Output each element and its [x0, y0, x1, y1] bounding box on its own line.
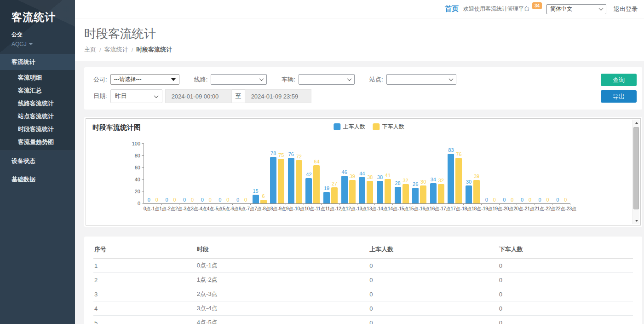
sidebar-item-trend-chart[interactable]: 客流量趋势图 — [0, 136, 75, 149]
bar-group: 00 — [162, 144, 180, 203]
bar — [385, 179, 391, 203]
legend-label-boarding: 上车人数 — [343, 123, 365, 131]
bar — [260, 200, 267, 203]
chevron-down-icon — [448, 76, 453, 81]
scroll-down-icon[interactable] — [633, 218, 640, 224]
table-cell: 0 — [498, 259, 633, 273]
x-axis-tick-label: 16点-17点 — [430, 206, 451, 212]
chart-scrollbar[interactable] — [632, 120, 639, 224]
breadcrumb-parent[interactable]: 客流统计 — [104, 46, 128, 54]
date-from-input[interactable]: 2024-01-09 00:00 — [165, 89, 232, 103]
bar — [313, 165, 320, 203]
bar-value-label: 0 — [183, 197, 186, 203]
x-axis-tick-label: 11点-12点 — [325, 206, 346, 212]
bar-group: 7875 — [268, 144, 286, 203]
table-cell: 1 — [93, 259, 196, 273]
x-axis-tick-mark — [304, 203, 304, 205]
bar-value-label: 28 — [395, 180, 400, 186]
bar-value-label: 0 — [155, 197, 158, 203]
sidebar-item-period-stats[interactable]: 时段客流统计 — [0, 123, 75, 136]
date-preset-select[interactable]: 昨日 — [110, 89, 162, 103]
table-cell: 2点-3点 — [196, 287, 368, 301]
date-to-input[interactable]: 2024-01-09 23:59 — [245, 89, 311, 103]
table-cell: 0 — [498, 316, 633, 324]
language-value: 简体中文 — [550, 5, 572, 13]
table-cell: 0 — [368, 301, 498, 316]
notification-badge: 34 — [532, 2, 542, 9]
chart-plot: 0204060801000000000000001567875767242641… — [144, 144, 570, 204]
sidebar-item-passenger-detail[interactable]: 客流明细 — [0, 71, 75, 84]
bar — [473, 180, 480, 203]
sidebar-item-base-data[interactable]: 基础数据 — [0, 172, 75, 187]
bar-value-label: 75 — [278, 152, 284, 158]
user-dropdown[interactable]: AQGJ — [12, 41, 75, 47]
legend-item-boarding[interactable]: 上车人数 — [334, 123, 365, 131]
table-row: 32点-3点00 — [93, 287, 633, 301]
table-body: 10点-1点0021点-2点0032点-3点0043点-4点0054点-5点00… — [93, 259, 633, 324]
sidebar-item-passenger-stats[interactable]: 客流统计 — [0, 54, 75, 70]
sidebar-item-device-status[interactable]: 设备状态 — [0, 153, 75, 169]
bar-value-label: 0 — [201, 197, 204, 203]
company-label: 公司: — [93, 75, 107, 84]
main-area: 首页 欢迎使用客流统计管理平台 34 简体中文 退出登录 时段客流统计 主页 /… — [75, 0, 644, 324]
table-cell: 0 — [498, 287, 633, 301]
table-header-cell: 序号 — [93, 241, 196, 259]
y-axis-tick-label: 40 — [124, 177, 140, 182]
bar-value-label: 38 — [377, 174, 383, 180]
table-cell: 3点-4点 — [196, 301, 368, 316]
sidebar-item-passenger-summary[interactable]: 客流汇总 — [0, 84, 75, 97]
sidebar-item-station-stats[interactable]: 站点客流统计 — [0, 110, 75, 123]
query-button[interactable]: 查询 — [601, 74, 637, 86]
bar-value-label: 64 — [314, 159, 319, 165]
bar-value-label: 44 — [359, 171, 365, 177]
line-select[interactable] — [211, 74, 267, 85]
bar-group: 00 — [500, 144, 518, 203]
table-cell: 0 — [368, 273, 498, 287]
home-link[interactable]: 首页 — [445, 5, 459, 13]
bar-value-label: 0 — [529, 197, 531, 203]
scroll-up-icon[interactable] — [633, 120, 640, 126]
company-select[interactable]: ---请选择--- — [110, 74, 179, 85]
bar — [331, 187, 338, 203]
x-axis-tick-label: 10点-11点 — [305, 206, 325, 212]
y-axis-tick-mark — [142, 143, 144, 144]
x-axis-tick-mark — [161, 203, 162, 205]
x-axis-tick-mark — [570, 203, 570, 205]
breadcrumb-home[interactable]: 主页 — [84, 46, 96, 54]
x-axis-tick-mark — [197, 203, 197, 205]
table-row: 10点-1点00 — [93, 259, 633, 273]
x-axis-tick-label: 7点-8点 — [254, 206, 270, 212]
breadcrumb-current: 时段客流统计 — [136, 46, 172, 54]
table-cell: 4 — [93, 301, 196, 316]
breadcrumb-separator: / — [132, 46, 133, 53]
x-axis-tick-mark — [250, 203, 251, 205]
bar-value-label: 0 — [564, 197, 567, 203]
bar-value-label: 38 — [367, 174, 373, 180]
bar — [367, 181, 373, 203]
filter-panel: 公司: ---请选择--- 线路: 车辆: — [84, 67, 642, 110]
sidebar-item-line-stats[interactable]: 线路客流统计 — [0, 97, 75, 110]
breadcrumb-separator: / — [99, 46, 101, 53]
legend-item-alighting[interactable]: 下车人数 — [373, 123, 404, 131]
bar — [305, 178, 312, 203]
bar-value-label: 0 — [244, 197, 247, 203]
bar-value-label: 0 — [165, 197, 168, 203]
bar-value-label: 19 — [324, 185, 329, 191]
sidebar-submenu: 客流明细 客流汇总 线路客流统计 站点客流统计 时段客流统计 客流量趋势图 — [0, 70, 75, 150]
x-axis-tick-mark — [215, 203, 215, 205]
bar-value-label: 0 — [521, 197, 523, 203]
bar-value-label: 78 — [270, 150, 276, 156]
chevron-down-icon — [259, 76, 264, 81]
language-select[interactable]: 简体中文 — [546, 4, 606, 14]
x-axis-tick-mark — [392, 203, 393, 205]
x-axis-tick-label: 4点-5点 — [207, 206, 223, 212]
x-axis-tick-mark — [357, 203, 357, 205]
vehicle-select[interactable] — [299, 74, 355, 85]
bar-group: 4639 — [339, 144, 357, 203]
station-select[interactable] — [386, 74, 456, 85]
x-axis-tick-label: 0点-1点 — [144, 206, 159, 212]
export-button[interactable]: 导出 — [601, 90, 637, 103]
scrollbar-thumb[interactable] — [633, 127, 639, 209]
bar-value-label: 39 — [350, 174, 355, 179]
logout-link[interactable]: 退出登录 — [614, 5, 638, 13]
